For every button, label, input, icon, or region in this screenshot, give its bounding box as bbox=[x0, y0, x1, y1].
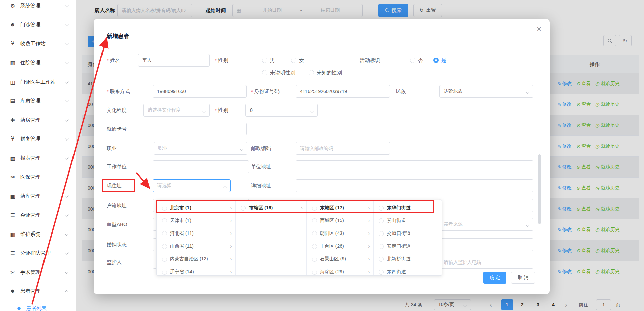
detail-address-label: 详细地址 bbox=[251, 179, 271, 192]
active-radio-yes[interactable]: 是 bbox=[433, 54, 446, 67]
cascader-option[interactable]: 河北省 (11)› bbox=[157, 227, 235, 240]
cascader-option[interactable]: 东四街道 bbox=[374, 266, 442, 276]
ethnicity-select[interactable]: 达斡尔族 bbox=[439, 85, 533, 98]
cascader-option[interactable]: 北京市 (1)› bbox=[157, 201, 235, 214]
cascader-option[interactable]: 丰台区 (26)› bbox=[307, 240, 374, 253]
visit-card-input[interactable] bbox=[153, 123, 247, 135]
gender-radio-male[interactable]: 男 bbox=[262, 54, 275, 67]
chevron-down-icon bbox=[65, 41, 68, 45]
work-unit-label: 工作单位 bbox=[107, 160, 127, 173]
sidebar-item-drug-storage-management[interactable]: ▣药库管理 bbox=[0, 187, 76, 206]
sidebar-item-outpatient-management[interactable]: ☻门诊管理 bbox=[0, 15, 76, 34]
name-input[interactable] bbox=[138, 54, 210, 67]
gender-radio-unspecified[interactable]: 未说明性别 bbox=[262, 66, 295, 79]
sidebar-item-outpatient-doctor-workstation[interactable]: ◫门诊医生工作站 bbox=[0, 72, 76, 91]
sidebar-item-consultation-management[interactable]: ☰会诊管理 bbox=[0, 206, 76, 224]
gender-radio-female[interactable]: 女 bbox=[291, 54, 304, 67]
bar-chart-icon: ▥ bbox=[9, 60, 17, 66]
cascader-option[interactable]: 东城区 (17)› bbox=[307, 201, 374, 214]
chevron-down-icon bbox=[65, 136, 68, 140]
sidebar-item-patient-list[interactable]: ☻患者列表 bbox=[0, 301, 76, 311]
cascader-option[interactable]: 石景山区 (9)› bbox=[307, 253, 374, 266]
chevron-right-icon: › bbox=[230, 243, 232, 249]
chevron-down-icon bbox=[65, 175, 68, 178]
guardian-phone-input[interactable] bbox=[439, 256, 533, 269]
detail-address-input[interactable] bbox=[296, 179, 533, 192]
gender2-select[interactable]: 0 bbox=[245, 104, 318, 117]
gender-radio-unknown[interactable]: 未知的性别 bbox=[309, 66, 342, 79]
sidebar-item-pharmacy-management[interactable]: ✚药房管理 bbox=[0, 111, 76, 129]
cascader-option[interactable]: 天津市 (1)› bbox=[157, 214, 235, 227]
chevron-down-icon bbox=[65, 22, 68, 26]
cascader-city-column: 市辖区 (16)› bbox=[235, 200, 306, 275]
sidebar-item-report-management[interactable]: ▦报表管理 bbox=[0, 149, 76, 167]
cascader-option[interactable]: 景山街道 bbox=[374, 214, 442, 227]
postal-code-input[interactable] bbox=[296, 142, 390, 155]
chevron-right-icon: › bbox=[301, 205, 303, 211]
cascader-option[interactable]: 北新桥街道 bbox=[374, 253, 442, 266]
confirm-button[interactable]: 确 定 bbox=[483, 272, 506, 284]
sidebar-item-inpatient-management[interactable]: ▥住院管理 bbox=[0, 53, 76, 72]
sidebar-item-surgery-management[interactable]: ✂手术管理 bbox=[0, 263, 76, 282]
close-icon[interactable]: × bbox=[537, 25, 541, 33]
contact-label: *联系方式 bbox=[107, 85, 130, 98]
cascader-option[interactable]: 东华门街道 bbox=[374, 201, 442, 214]
cascader-option[interactable]: 安定门街道 bbox=[374, 240, 442, 253]
cancel-button[interactable]: 取 消 bbox=[511, 272, 535, 284]
contact-input[interactable] bbox=[153, 85, 247, 98]
household-detail-input[interactable] bbox=[439, 199, 533, 212]
unit-address-input[interactable] bbox=[296, 160, 533, 173]
sidebar-item-maintenance-system[interactable]: ▩维护系统 bbox=[0, 225, 76, 244]
occupation-select[interactable]: 职业 bbox=[154, 142, 247, 155]
chevron-right-icon: › bbox=[368, 256, 370, 262]
sidebar-item-system-management[interactable]: ⚙系统管理 bbox=[0, 0, 76, 15]
chevron-right-icon: › bbox=[230, 256, 232, 262]
patient-icon: ☻ bbox=[15, 305, 23, 311]
education-select[interactable]: 请选择文化程度 bbox=[143, 104, 210, 117]
sidebar: ⚙系统管理 ☻门诊管理 ¥收费工作站 ▥住院管理 ◫门诊医生工作站 ▤库房管理 … bbox=[0, 0, 76, 311]
yen-icon: ¥ bbox=[9, 41, 17, 47]
chevron-down-icon bbox=[65, 156, 68, 159]
monitor-icon: ◫ bbox=[9, 79, 17, 85]
chevron-down-icon bbox=[65, 194, 68, 197]
sidebar-item-patient-management[interactable]: ☻患者管理 bbox=[0, 282, 76, 301]
sidebar-item-triage-queue-management[interactable]: ☰分诊排队管理 bbox=[0, 244, 76, 262]
chevron-down-icon bbox=[65, 232, 68, 236]
chevron-right-icon: › bbox=[230, 230, 232, 237]
dialog-title: 新增患者 bbox=[107, 32, 129, 40]
sidebar-item-storeroom-management[interactable]: ▤库房管理 bbox=[0, 91, 76, 110]
chevron-right-icon: › bbox=[368, 243, 370, 249]
active-radio-no[interactable]: 否 bbox=[410, 54, 423, 67]
chevron-down-icon bbox=[65, 213, 68, 216]
cascader-option[interactable]: 交道口街道 bbox=[374, 227, 442, 240]
address-cascader-panel: 北京市 (1)› 天津市 (1)› 河北省 (11)› 山西省 (11)› 内蒙… bbox=[156, 200, 442, 276]
unit-address-label: 单位地址 bbox=[251, 160, 271, 173]
sidebar-item-charge-workstation[interactable]: ¥收费工作站 bbox=[0, 34, 76, 53]
gender2-label: *性别 bbox=[215, 104, 228, 117]
chevron-down-icon bbox=[65, 60, 68, 64]
sidebar-item-finance-management[interactable]: ¥财务管理 bbox=[0, 129, 76, 148]
current-address-cascader-select[interactable]: 请选择 bbox=[153, 179, 231, 192]
postal-code-label: 邮政编码 bbox=[251, 142, 271, 155]
chevron-down-icon bbox=[310, 109, 314, 113]
id-number-input[interactable] bbox=[296, 85, 390, 98]
marital-extra-input[interactable] bbox=[439, 238, 533, 251]
modal-scrollbar[interactable] bbox=[538, 154, 541, 224]
cascader-option[interactable]: 朝阳区 (43)› bbox=[307, 227, 374, 240]
gender-label: *性别 bbox=[215, 54, 228, 67]
add-patient-dialog: 新增患者 × *姓名 *性别 男 女 活动标识 否 是 未说明性别 未知的性别 … bbox=[94, 19, 550, 294]
sidebar-item-medical-insurance-management[interactable]: ✉医保管理 bbox=[0, 167, 76, 186]
envelope-icon: ✉ bbox=[9, 174, 17, 180]
blood-type-label: 血型ABO bbox=[107, 218, 127, 231]
cascader-option[interactable]: 西城区 (15)› bbox=[307, 214, 374, 227]
patient-source-select[interactable]: 患者来源 bbox=[439, 218, 533, 231]
scissors-icon: ✂ bbox=[9, 269, 17, 276]
cascader-option[interactable]: 市辖区 (16)› bbox=[236, 201, 306, 214]
cascader-option[interactable]: 辽宁省 (14)› bbox=[157, 266, 235, 276]
cascader-option[interactable]: 山西省 (11)› bbox=[157, 240, 235, 253]
cascader-option[interactable]: 内蒙古自治区 (12)› bbox=[157, 253, 235, 266]
users-icon: ☻ bbox=[9, 22, 17, 28]
cascader-option[interactable]: 海淀区 (29)› bbox=[307, 266, 374, 276]
chevron-up-icon bbox=[223, 185, 227, 189]
work-unit-input[interactable] bbox=[153, 160, 249, 173]
